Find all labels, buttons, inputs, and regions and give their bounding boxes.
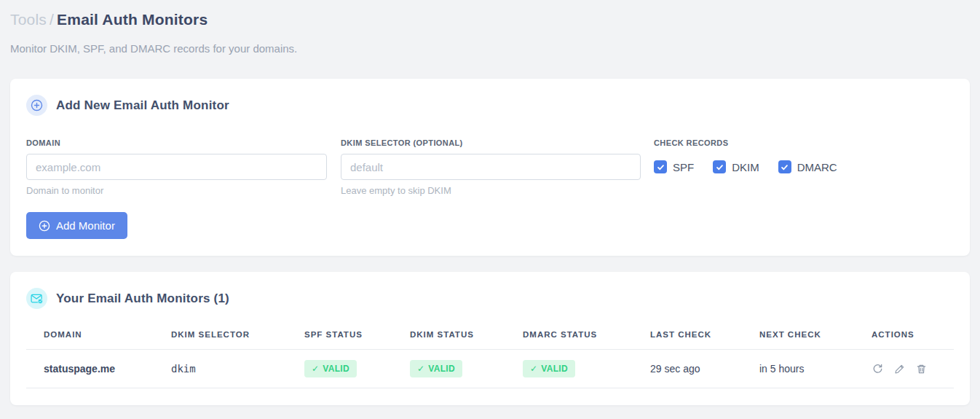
page-subtitle: Monitor DKIM, SPF, and DMARC records for…	[10, 42, 970, 55]
email-auth-monitors-page: Tools/Email Auth Monitors Monitor DKIM, …	[0, 0, 980, 405]
add-monitor-card-header: Add New Email Auth Monitor	[26, 95, 954, 116]
column-header-domain: DOMAIN	[26, 321, 154, 350]
table-row: statuspage.me dkim ✓VALID ✓VALID ✓VALID …	[26, 350, 954, 388]
check-icon: ✓	[312, 364, 319, 374]
checkbox-checked-icon	[713, 160, 726, 173]
check-records-group: CHECK RECORDS SPF DKIM	[654, 138, 837, 180]
monitors-list-card: Your Email Auth Monitors (1) DOMAIN DKIM…	[10, 272, 970, 405]
breadcrumb-tools-link[interactable]: Tools	[10, 11, 47, 28]
column-header-next-check: NEXT CHECK	[742, 321, 854, 350]
monitor-dkim-selector: dkim	[154, 350, 287, 388]
check-records-options: SPF DKIM DMARC	[654, 154, 837, 180]
circle-plus-icon	[39, 220, 50, 232]
actions-cell	[854, 350, 954, 388]
monitors-card-header: Your Email Auth Monitors (1)	[26, 288, 954, 309]
monitor-next-check: in 5 hours	[742, 350, 854, 388]
domain-field-helper: Domain to monitor	[26, 185, 327, 196]
monitor-domain: statuspage.me	[26, 350, 154, 388]
add-monitor-button[interactable]: Add Monitor	[26, 212, 127, 239]
column-header-actions: ACTIONS	[854, 321, 954, 350]
checkbox-checked-icon	[654, 160, 667, 173]
add-monitor-button-label: Add Monitor	[56, 219, 115, 232]
monitor-last-check: 29 sec ago	[633, 350, 742, 388]
dkim-selector-field-group: DKIM SELECTOR (OPTIONAL) Leave empty to …	[341, 138, 641, 196]
dkim-status-badge: ✓VALID	[410, 360, 462, 377]
edit-icon[interactable]	[893, 363, 906, 375]
spf-status-cell: ✓VALID	[287, 350, 392, 388]
checkbox-dkim[interactable]: DKIM	[713, 160, 759, 173]
check-icon: ✓	[417, 364, 424, 374]
page-title: Email Auth Monitors	[57, 11, 208, 28]
checkbox-dmarc[interactable]: DMARC	[778, 160, 837, 173]
check-records-label: CHECK RECORDS	[654, 138, 837, 147]
spf-status-badge: ✓VALID	[304, 360, 357, 377]
monitors-card-title: Your Email Auth Monitors (1)	[56, 291, 229, 306]
monitors-table: DOMAIN DKIM SELECTOR SPF STATUS DKIM STA…	[26, 321, 954, 388]
column-header-last-check: LAST CHECK	[633, 321, 742, 350]
email-check-icon	[26, 288, 47, 309]
column-header-dkim-status: DKIM STATUS	[392, 321, 505, 350]
breadcrumb: Tools/Email Auth Monitors	[10, 9, 970, 31]
table-header-row: DOMAIN DKIM SELECTOR SPF STATUS DKIM STA…	[26, 321, 954, 350]
dmarc-status-badge: ✓VALID	[523, 360, 575, 377]
refresh-icon[interactable]	[872, 363, 884, 375]
checkbox-checked-icon	[778, 160, 791, 173]
check-icon: ✓	[530, 364, 537, 374]
dkim-selector-field-helper: Leave empty to skip DKIM	[341, 185, 641, 196]
delete-icon[interactable]	[915, 363, 928, 375]
breadcrumb-separator: /	[47, 11, 57, 28]
column-header-dmarc-status: DMARC STATUS	[505, 321, 633, 350]
dkim-selector-field-label: DKIM SELECTOR (OPTIONAL)	[341, 138, 641, 147]
checkbox-spf[interactable]: SPF	[654, 160, 694, 173]
column-header-spf-status: SPF STATUS	[287, 321, 392, 350]
domain-field-label: DOMAIN	[26, 138, 327, 147]
checkbox-dmarc-label: DMARC	[797, 161, 837, 173]
checkbox-spf-label: SPF	[673, 161, 694, 173]
column-header-dkim-selector: DKIM SELECTOR	[154, 321, 287, 350]
add-monitor-card-title: Add New Email Auth Monitor	[56, 98, 229, 113]
dmarc-status-cell: ✓VALID	[505, 350, 633, 388]
domain-field-group: DOMAIN Domain to monitor	[26, 138, 327, 196]
checkbox-dkim-label: DKIM	[732, 161, 759, 173]
circle-plus-icon	[26, 95, 47, 116]
add-monitor-form: DOMAIN Domain to monitor DKIM SELECTOR (…	[26, 138, 954, 196]
dkim-status-cell: ✓VALID	[392, 350, 505, 388]
dkim-selector-input[interactable]	[341, 154, 641, 180]
add-monitor-card: Add New Email Auth Monitor DOMAIN Domain…	[10, 79, 970, 256]
domain-input[interactable]	[26, 154, 327, 180]
